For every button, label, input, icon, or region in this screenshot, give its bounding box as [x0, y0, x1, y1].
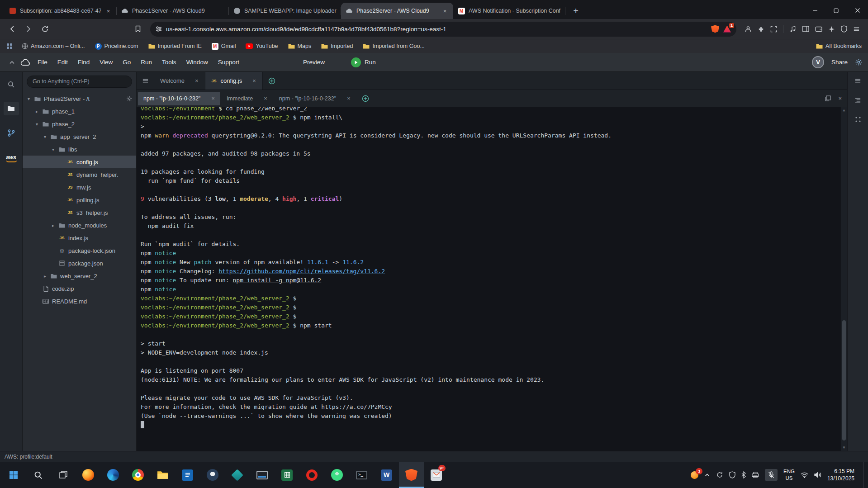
- tree-item-package-json[interactable]: package.json: [23, 257, 136, 270]
- menu-file[interactable]: File: [33, 57, 52, 68]
- terminal-scrollbar[interactable]: ▲ ▼: [840, 107, 847, 451]
- terminal-tab-2[interactable]: npm - "ip-10-16-0-232"×: [274, 92, 356, 105]
- taskbar-edge-icon[interactable]: [100, 462, 125, 488]
- close-tab-icon[interactable]: ×: [441, 7, 449, 15]
- menu-tools[interactable]: Tools: [157, 57, 181, 68]
- aws-explorer-icon[interactable]: aws: [4, 151, 19, 164]
- tree-item-phase2server-t[interactable]: ▾Phase2Server - /t: [23, 92, 136, 105]
- defender-shield-icon[interactable]: [729, 471, 735, 479]
- browser-menu-icon[interactable]: [853, 26, 860, 33]
- clock[interactable]: 6:15 PM 13/10/2025: [827, 468, 857, 482]
- source-control-icon[interactable]: [4, 126, 19, 140]
- caret-down-icon[interactable]: ▾: [43, 134, 47, 139]
- caret-right-icon[interactable]: ▸: [51, 223, 56, 228]
- wallet-icon[interactable]: [815, 26, 822, 32]
- caret-right-icon[interactable]: ▸: [34, 109, 39, 114]
- share-button[interactable]: Share: [831, 59, 848, 66]
- editor-tab-config-js[interactable]: JSconfig.js×: [205, 72, 263, 90]
- printer-icon[interactable]: [752, 472, 759, 478]
- tree-item-phase-2[interactable]: ▾phase_2: [23, 118, 136, 130]
- taskbar-chrome-icon[interactable]: [125, 462, 150, 488]
- goto-anything-input[interactable]: [27, 76, 132, 88]
- taskbar-file-explorer-icon[interactable]: [150, 462, 175, 488]
- microphone-muted-icon[interactable]: [765, 469, 778, 481]
- close-window-button[interactable]: [847, 2, 868, 19]
- bookmark-imported-from-ie[interactable]: Imported From IE: [148, 43, 202, 49]
- close-tab-icon[interactable]: ×: [205, 95, 215, 102]
- bookmark-youtube[interactable]: YouTube: [246, 43, 278, 49]
- preview-button[interactable]: Preview: [299, 57, 329, 68]
- close-tab-icon[interactable]: ×: [257, 95, 267, 102]
- panel-list-icon[interactable]: [854, 77, 861, 84]
- bookmark-gmail[interactable]: MGmail: [212, 43, 236, 50]
- tray-chevron-up-icon[interactable]: [704, 472, 710, 478]
- url-text[interactable]: us-east-1.console.aws.amazon.com/cloud9/…: [166, 26, 707, 33]
- run-button[interactable]: Run: [347, 56, 379, 69]
- taskbar-steam-icon[interactable]: [200, 462, 225, 488]
- ide-settings-gear-icon[interactable]: [855, 58, 863, 66]
- site-settings-icon[interactable]: [156, 26, 162, 32]
- debugger-panel-icon[interactable]: [855, 116, 861, 123]
- taskbar-diamond-app-icon[interactable]: [225, 462, 250, 488]
- bookmark-maps[interactable]: Maps: [288, 43, 312, 49]
- taskbar-spreadsheet-icon[interactable]: [275, 462, 299, 488]
- caret-down-icon[interactable]: ▾: [51, 147, 56, 152]
- bookmark-amazon-com-onli[interactable]: Amazon.com – Onli...: [22, 43, 85, 49]
- browser-tab-sample-webapp-image-uploader[interactable]: SAMPLE WEBAPP: Image Uploader: [229, 3, 341, 19]
- outline-panel-icon[interactable]: [854, 97, 861, 104]
- menu-go[interactable]: Go: [118, 57, 136, 68]
- taskbar-search-icon[interactable]: [26, 462, 51, 488]
- taskbar-firefox-icon[interactable]: [76, 462, 100, 488]
- taskbar-calendar-app-icon[interactable]: [175, 462, 200, 488]
- taskbar-brave-icon[interactable]: [399, 462, 424, 488]
- new-tab-button[interactable]: +: [569, 4, 583, 18]
- menu-view[interactable]: View: [95, 57, 118, 68]
- taskbar-mail-icon[interactable]: 9+: [424, 462, 449, 488]
- bookmark-priceline-com[interactable]: PPriceline.com: [95, 43, 138, 50]
- caret-right-icon[interactable]: ▸: [43, 274, 47, 279]
- taskbar-vm-window-icon[interactable]: [250, 462, 275, 488]
- forward-button[interactable]: [21, 21, 36, 37]
- all-bookmarks-button[interactable]: All Bookmarks: [816, 43, 862, 49]
- caret-down-icon[interactable]: ▾: [34, 122, 39, 127]
- search-panel-icon[interactable]: [4, 77, 19, 91]
- scroll-down-icon[interactable]: ▼: [841, 445, 847, 451]
- tree-item-node-modules[interactable]: ▸node_modules: [23, 219, 136, 232]
- minimize-button[interactable]: [804, 2, 825, 19]
- bookmark-imported-from-goo[interactable]: Imported from Goo...: [363, 43, 424, 49]
- brave-rewards-icon[interactable]: 1: [723, 26, 731, 33]
- bluetooth-icon[interactable]: [741, 471, 746, 479]
- update-notification-icon[interactable]: 3: [691, 471, 698, 479]
- scrollbar-thumb[interactable]: [842, 320, 846, 441]
- taskbar-word-icon[interactable]: W: [374, 462, 399, 488]
- browser-tab-phase2server-aws-cloud9[interactable]: Phase2Server - AWS Cloud9×: [341, 3, 453, 19]
- terminal-tab-1[interactable]: Immediate×: [221, 92, 273, 105]
- tree-item-readme-md[interactable]: README.md: [23, 295, 136, 308]
- editor-tab-welcome[interactable]: Welcome×: [154, 72, 205, 90]
- close-tab-icon[interactable]: ×: [341, 95, 351, 102]
- tree-item-phase-1[interactable]: ▸phase_1: [23, 105, 136, 118]
- terminal-link[interactable]: https://github.com/npm/cli/releases/tag/…: [218, 268, 385, 275]
- bookmark-flag-icon[interactable]: [130, 21, 146, 37]
- language-indicator[interactable]: ENG US: [783, 468, 795, 482]
- taskbar-opera-icon[interactable]: [299, 462, 324, 488]
- tree-item-app-server-2[interactable]: ▾app_server_2: [23, 130, 136, 143]
- apps-grid-icon[interactable]: [6, 43, 13, 49]
- tree-item-dynamo-helper[interactable]: JSdynamo_helper.: [23, 168, 136, 181]
- tab-list-menu-icon[interactable]: [137, 77, 154, 84]
- back-button[interactable]: [5, 21, 20, 37]
- tree-item-polling-js[interactable]: JSpolling.js: [23, 194, 136, 206]
- taskbar-start-icon[interactable]: [1, 462, 26, 488]
- terminal-tab-0[interactable]: npm - "ip-10-16-0-232"×: [138, 92, 220, 105]
- tree-item-package-lock-json[interactable]: {}package-lock.json: [23, 244, 136, 257]
- tree-item-s3-helper-js[interactable]: JSs3_helper.js: [23, 206, 136, 219]
- browser-tab-aws-notification-subscription-conf[interactable]: MAWS Notification - Subscription Conf: [453, 3, 565, 19]
- menu-find[interactable]: Find: [73, 57, 95, 68]
- tree-item-mw-js[interactable]: JSmw.js: [23, 181, 136, 194]
- caret-down-icon[interactable]: ▾: [26, 96, 31, 101]
- tree-item-code-zip[interactable]: code.zip: [23, 282, 136, 295]
- profile-extension-icon[interactable]: [745, 25, 752, 33]
- file-tree-panel-icon[interactable]: [4, 102, 19, 115]
- browser-tab-phase1server-aws-cloud9[interactable]: Phase1Server - AWS Cloud9: [117, 3, 229, 19]
- menu-edit[interactable]: Edit: [52, 57, 73, 68]
